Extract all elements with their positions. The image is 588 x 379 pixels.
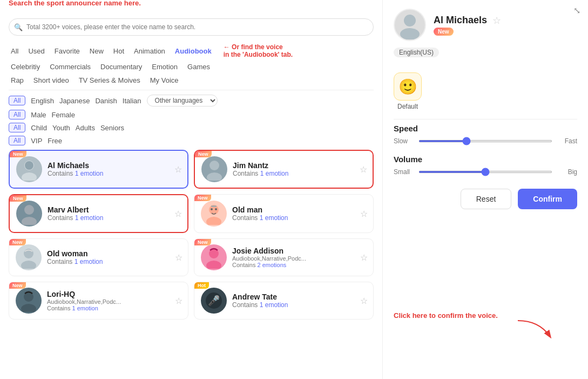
voice-name-jim-nantz: Jim Nantz: [233, 161, 366, 170]
filter-danish[interactable]: Danish: [95, 97, 117, 105]
avatar-al-michaels: [16, 156, 42, 182]
tab-emotion[interactable]: Emotion: [150, 62, 180, 72]
volume-slider-row: Small Big: [394, 168, 577, 176]
favorite-icon-al-michaels[interactable]: ☆: [174, 164, 182, 175]
voice-info-lori-hq: Lori-HQ Audiobook,Narrative,Podc...Conta…: [47, 290, 181, 311]
tab-celebrity[interactable]: Celebritiy: [9, 62, 42, 72]
tier-all-badge[interactable]: All: [9, 136, 25, 145]
volume-slider[interactable]: [418, 171, 552, 173]
tab-all[interactable]: All: [9, 46, 21, 56]
voice-name-old-man: Old man: [232, 205, 367, 214]
confirm-button[interactable]: Confirm: [518, 189, 577, 209]
filter-adults[interactable]: Adults: [76, 124, 95, 132]
preview-favorite-icon[interactable]: ☆: [492, 15, 501, 26]
tab-new[interactable]: New: [87, 46, 106, 56]
preview-avatar: [394, 9, 426, 41]
badge-new: New: [10, 195, 26, 202]
tab-audiobook[interactable]: Audiobook: [173, 46, 214, 56]
favorite-icon-marv-albert[interactable]: ☆: [174, 209, 182, 219]
filter-female[interactable]: Female: [52, 111, 75, 119]
voice-card-old-man[interactable]: New Old man Contains 1 emotion ☆: [194, 194, 374, 233]
emotion-section: 🙂 Default: [394, 72, 577, 110]
filter-free[interactable]: Free: [48, 137, 62, 145]
confirm-annotation: Click here to confirm the voice.: [394, 311, 498, 320]
badge-new: New: [9, 239, 26, 245]
bottom-actions: Reset Confirm: [394, 189, 577, 209]
avatar-old-woman: [16, 244, 42, 270]
voice-desc-josie-addison: Audiobook,Narrative,Podc...Contains 2 em…: [232, 255, 367, 268]
favorite-icon-jim-nantz[interactable]: ☆: [360, 164, 367, 175]
favorite-icon-andrew-tate[interactable]: ☆: [360, 296, 368, 306]
voice-card-lori-hq[interactable]: New Lori-HQ Audiobook,Narrative,Podc...C…: [9, 282, 188, 320]
tab-animation[interactable]: Animation: [132, 46, 167, 56]
avatar-old-man: [201, 201, 227, 227]
tab-favorite[interactable]: Favorite: [52, 46, 82, 56]
voice-card-josie-addison[interactable]: New Josie Addison Audiobook,Narrative,Po…: [194, 238, 374, 276]
filter-male[interactable]: Male: [31, 111, 46, 119]
voice-card-marv-albert[interactable]: New Marv Albert Contains 1 emotion ☆: [9, 194, 188, 233]
tab-rap[interactable]: Rap: [9, 75, 26, 85]
filter-seniors[interactable]: Seniors: [100, 124, 124, 132]
favorite-icon-old-woman[interactable]: ☆: [175, 252, 183, 263]
other-languages-select[interactable]: Other languages: [147, 95, 218, 107]
favorite-icon-old-man[interactable]: ☆: [360, 209, 368, 219]
tab-row-3: Rap Short video TV Series & Moives My Vo…: [9, 75, 374, 85]
language-all-badge[interactable]: All: [9, 96, 25, 105]
tab-documentary[interactable]: Documentary: [98, 62, 144, 72]
svg-point-5: [24, 205, 34, 215]
filter-child[interactable]: Child: [31, 124, 47, 132]
age-all-badge[interactable]: All: [9, 123, 25, 132]
gender-all-badge[interactable]: All: [9, 110, 25, 119]
emotion-default-button[interactable]: 🙂 Default: [394, 72, 422, 110]
tab-short-video[interactable]: Short video: [31, 75, 71, 85]
tier-filter-row: All VIP Free: [9, 136, 374, 145]
filter-english[interactable]: English: [31, 97, 54, 105]
language-tag-wrap: English(US): [394, 48, 577, 65]
tab-tv-series[interactable]: TV Series & Moives: [77, 75, 143, 85]
voice-card-jim-nantz[interactable]: New Jim Nantz Contains 1 emotion ☆: [194, 150, 374, 189]
voice-card-old-woman[interactable]: New Old woman Contains 1 emotion ☆: [9, 238, 188, 276]
tab-games[interactable]: Games: [185, 62, 212, 72]
gender-filter-row: All Male Female: [9, 110, 374, 119]
badge-new: New: [10, 151, 26, 157]
audiobook-annotation: ← Or find the voicein the 'Audiobook' ta…: [224, 43, 293, 58]
collapse-button[interactable]: ⤡: [573, 5, 580, 16]
badge-new: New: [194, 195, 211, 201]
tab-row-1: All Used Favorite New Hot Animation Audi…: [9, 43, 374, 58]
favorite-icon-josie-addison[interactable]: ☆: [360, 252, 368, 263]
svg-point-6: [22, 217, 37, 225]
badge-new: New: [195, 151, 212, 157]
speed-slider[interactable]: [418, 140, 552, 142]
age-filter-row: All Child Youth Adults Seniors: [9, 123, 374, 132]
voice-desc-jim-nantz: Contains 1 emotion: [233, 170, 366, 177]
reset-button[interactable]: Reset: [461, 189, 512, 209]
voice-card-andrew-tate[interactable]: Hot 🎤 Andrew Tate Contains 1 emotion ☆: [194, 282, 374, 320]
voice-card-al-michaels[interactable]: New Al Michaels Contains 1 emotion ☆: [9, 150, 188, 189]
avatar-lori-hq: [16, 288, 42, 314]
search-input[interactable]: [9, 18, 374, 36]
tab-my-voice[interactable]: My Voice: [148, 75, 181, 85]
tab-used[interactable]: Used: [26, 46, 46, 56]
svg-point-10: [215, 208, 217, 210]
preview-badge: New: [434, 28, 454, 36]
filter-vip[interactable]: VIP: [31, 137, 42, 145]
speed-max-label: Fast: [558, 137, 577, 145]
language-tag: English(US): [394, 48, 439, 57]
voice-name-al-michaels: Al Michaels: [48, 161, 181, 170]
svg-point-21: [400, 28, 420, 39]
filter-youth[interactable]: Youth: [52, 124, 70, 132]
svg-point-8: [206, 217, 221, 225]
emotion-name: Default: [397, 103, 418, 110]
tab-commercials[interactable]: Commercials: [48, 62, 93, 72]
filter-italian[interactable]: Italian: [123, 97, 141, 105]
speed-slider-row: Slow Fast: [394, 137, 577, 145]
voice-info-andrew-tate: Andrew Tate Contains 1 emotion: [232, 292, 367, 309]
volume-section: Volume Small Big: [394, 155, 577, 176]
voice-name-marv-albert: Marv Albert: [48, 205, 181, 214]
tab-hot[interactable]: Hot: [111, 46, 126, 56]
confirm-arrow: [512, 315, 556, 342]
avatar-andrew-tate: 🎤: [201, 288, 227, 314]
voice-preview: Al Michaels ☆ New: [394, 9, 577, 41]
favorite-icon-lori-hq[interactable]: ☆: [175, 296, 183, 306]
filter-japanese[interactable]: Japanese: [59, 97, 90, 105]
